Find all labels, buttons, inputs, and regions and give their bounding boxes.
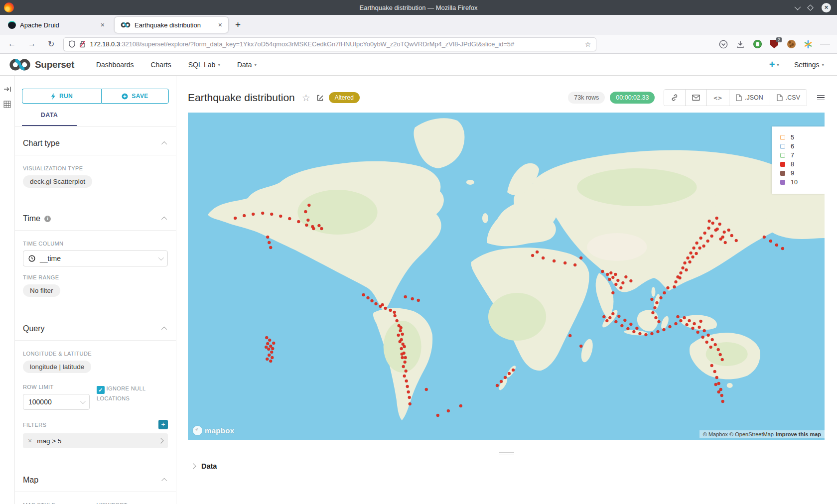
time-range-value[interactable]: No filter [23,284,60,297]
window-maximize-button[interactable] [807,4,814,11]
earthquake-point [288,217,291,220]
viz-type-value[interactable]: deck.gl Scatterplot [23,175,92,188]
email-button[interactable] [685,90,706,106]
legend-label: 10 [791,179,798,186]
export-csv-button[interactable]: .CSV [770,90,807,106]
altered-badge[interactable]: Altered [329,92,360,103]
earthquake-point [270,213,273,216]
run-button[interactable]: RUN [22,89,101,104]
earthquake-point [714,343,717,346]
deckgl-map[interactable]: 5678910 mapbox © Mapbox © OpenStreetMapI… [188,113,825,440]
earthquake-point [707,227,710,230]
earthquake-point [680,271,683,274]
earthquake-point [667,286,670,289]
pocket-icon[interactable] [718,39,728,49]
extension-asterisk-icon[interactable] [803,39,813,49]
earthquake-point [621,281,624,284]
section-map[interactable]: Map [15,463,176,492]
new-item-button[interactable]: +▾ [769,59,779,70]
section-time[interactable]: Timei [15,202,176,231]
section-query[interactable]: Query [15,312,176,341]
cookie-icon[interactable] [786,39,796,49]
back-button[interactable]: ← [8,39,16,49]
ublock-icon[interactable]: 2 [769,39,779,49]
nav-dashboards[interactable]: Dashboards [96,61,134,69]
earthquake-point [371,299,374,302]
lock-broken-icon[interactable] [79,40,86,48]
improve-map-link[interactable]: Improve this map [776,431,821,437]
file-icon [736,94,742,101]
earthquake-point [619,286,622,289]
browser-tab-earthquake[interactable]: Earthquake distribution × [115,17,228,33]
nav-charts[interactable]: Charts [150,61,171,69]
earthquake-point [711,338,714,341]
time-column-select[interactable]: __time [23,251,168,266]
lonlat-value[interactable]: longitude | latitude [23,361,91,373]
checkbox-checked-icon[interactable]: ✓ [97,386,105,394]
filter-chip[interactable]: × mag > 5 [23,433,168,448]
superset-logo[interactable]: Superset [0,58,81,71]
earthquake-point [718,223,721,226]
ignore-null-checkbox[interactable]: ✓ IGNORE NULL LOCATIONS [97,384,168,403]
earthquake-point [721,358,724,361]
export-json-button[interactable]: .JSON [729,90,770,106]
earthquake-point [688,319,691,322]
earthquake-point [644,333,647,336]
tab-data[interactable]: DATA [22,112,77,126]
tab-close-icon[interactable]: × [217,21,223,29]
map-attribution[interactable]: © Mapbox © OpenStreetMapImprove this map [699,430,825,438]
reload-button[interactable]: ↻ [48,39,54,49]
data-panel-toggle[interactable]: Data [176,457,837,470]
download-icon[interactable] [735,39,745,49]
world-map-canvas[interactable] [188,113,825,440]
window-minimize-button[interactable] [795,3,801,10]
remove-filter-icon[interactable]: × [28,437,32,445]
save-button[interactable]: SAVE [101,89,169,104]
legend-item: 9 [780,170,821,177]
new-tab-button[interactable]: + [235,19,241,30]
menu-hamburger-icon[interactable] [820,39,830,49]
earthquake-point [710,235,713,238]
embed-code-button[interactable]: <> [706,90,729,106]
row-limit-select[interactable]: 100000 [23,394,90,410]
earthquake-point [662,328,665,331]
earthquake-point [269,345,272,348]
favorite-star-icon[interactable]: ☆ [302,92,310,104]
drag-handle-icon[interactable] [499,452,514,455]
earthquake-point [579,256,582,259]
bookmark-star-icon[interactable]: ☆ [585,40,591,48]
collapse-rail-icon[interactable] [3,86,11,93]
earthquake-point [702,245,705,248]
nav-data[interactable]: Data▾ [237,61,257,69]
earthquake-point [663,291,666,294]
earthquake-point [690,252,693,254]
browser-tab-bar: Apache Druid × Earthquake distribution ×… [0,15,837,35]
earthquake-point [727,229,730,232]
forward-button[interactable]: → [28,39,36,49]
earthquake-point [698,326,701,329]
window-close-button[interactable]: × [822,3,831,12]
earthquake-point [659,296,662,299]
tab-close-icon[interactable]: × [100,21,106,29]
chart-menu-button[interactable] [817,94,825,102]
settings-menu[interactable]: Settings▾ [794,61,824,69]
earthquake-point [399,329,402,332]
privacy-badger-icon[interactable] [752,39,762,49]
dataset-grid-icon[interactable] [3,101,11,108]
add-filter-button[interactable]: + [158,420,168,429]
browser-tab-druid[interactable]: Apache Druid × [2,17,111,33]
earthquake-point [673,285,676,288]
earthquake-point [775,244,778,247]
nav-sql-lab[interactable]: SQL Lab▾ [188,61,220,69]
mapbox-logo[interactable]: mapbox [193,426,234,435]
earthquake-point [268,339,271,342]
url-bar[interactable]: 172.18.0.3:32108/superset/explore/?form_… [63,37,596,51]
shield-icon[interactable] [69,40,75,48]
earthquake-point [687,256,690,259]
earthquake-point [638,332,641,335]
earthquake-point [536,251,539,253]
earthquake-point [573,263,576,266]
copy-link-button[interactable] [664,90,685,106]
section-chart-type[interactable]: Chart type [15,126,176,155]
edit-icon[interactable] [316,94,324,102]
